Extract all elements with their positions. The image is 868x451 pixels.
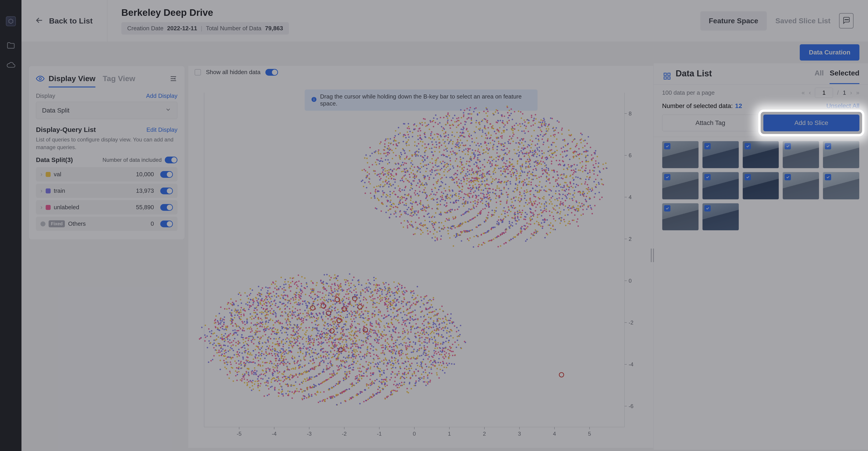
thumbnail[interactable] xyxy=(662,141,699,168)
split-row-train[interactable]: › train 13,973 xyxy=(36,184,178,198)
svg-point-4678 xyxy=(354,294,355,295)
svg-point-2073 xyxy=(398,163,399,165)
svg-point-742 xyxy=(424,155,426,156)
others-toggle[interactable] xyxy=(160,221,173,227)
svg-point-5033 xyxy=(348,348,349,349)
show-hidden-checkbox[interactable] xyxy=(195,69,201,75)
thumbnail[interactable] xyxy=(662,203,699,230)
svg-point-2319 xyxy=(572,187,574,188)
add-to-slice-button[interactable]: Add to Slice xyxy=(763,115,860,131)
svg-point-1265 xyxy=(545,201,547,203)
collapse-panel-icon[interactable] xyxy=(169,74,178,84)
svg-point-4912 xyxy=(332,345,334,346)
check-icon[interactable] xyxy=(704,174,711,180)
show-hidden-toggle[interactable] xyxy=(266,69,278,76)
unselect-all-link[interactable]: Unselect All xyxy=(827,102,860,109)
split-toggle[interactable] xyxy=(160,188,173,194)
feature-space-canvas[interactable]: Show all hidden data Drag the cursor whi… xyxy=(188,66,654,448)
check-icon[interactable] xyxy=(784,174,791,180)
tab-all[interactable]: All xyxy=(814,69,824,84)
svg-point-2269 xyxy=(495,133,497,134)
attach-tag-button[interactable]: Attach Tag xyxy=(662,115,759,131)
svg-point-2774 xyxy=(493,169,495,171)
check-icon[interactable] xyxy=(784,143,791,149)
svg-point-1615 xyxy=(429,129,430,130)
thumbnail[interactable] xyxy=(662,172,699,199)
cloud-nav-icon[interactable] xyxy=(5,60,16,70)
folder-nav-icon[interactable] xyxy=(5,40,16,51)
svg-point-587 xyxy=(526,214,528,215)
svg-point-296 xyxy=(494,179,495,181)
thumbnail[interactable] xyxy=(782,141,819,168)
svg-point-5349 xyxy=(237,351,238,352)
check-icon[interactable] xyxy=(745,174,751,180)
app-logo[interactable] xyxy=(6,16,16,26)
check-icon[interactable] xyxy=(664,143,671,149)
page-first-icon[interactable]: « xyxy=(802,89,805,96)
tab-display-view[interactable]: Display View xyxy=(49,70,95,88)
page-prev-icon[interactable]: ‹ xyxy=(809,89,811,96)
svg-point-5720 xyxy=(370,344,372,345)
comment-icon[interactable] xyxy=(839,13,854,29)
svg-point-3546 xyxy=(359,356,361,357)
svg-point-1703 xyxy=(500,174,502,175)
check-icon[interactable] xyxy=(704,205,711,212)
svg-point-5766 xyxy=(391,360,393,361)
page-next-icon[interactable]: › xyxy=(850,89,852,96)
tab-feature-space[interactable]: Feature Space xyxy=(700,11,767,31)
thumbnail[interactable] xyxy=(823,141,860,168)
svg-point-3937 xyxy=(297,345,298,346)
svg-point-5111 xyxy=(390,295,391,297)
page-last-icon[interactable]: » xyxy=(856,89,860,96)
back-to-list[interactable]: Back to List xyxy=(22,0,107,41)
svg-point-6134 xyxy=(425,355,426,356)
svg-point-3930 xyxy=(363,375,364,377)
scatter-plot[interactable]: -6-4-202468-5-4-3-2-1012345 xyxy=(195,88,647,441)
thumbnail[interactable] xyxy=(702,203,739,230)
split-meta-toggle[interactable] xyxy=(165,157,178,163)
edit-display-link[interactable]: Edit Display xyxy=(147,126,178,133)
svg-point-1944 xyxy=(377,198,378,199)
svg-point-1764 xyxy=(497,165,498,166)
check-icon[interactable] xyxy=(825,174,831,180)
svg-point-520 xyxy=(412,201,414,203)
thumbnail[interactable] xyxy=(782,172,819,199)
thumbnail[interactable] xyxy=(702,172,739,199)
check-icon[interactable] xyxy=(704,143,711,149)
split-row-unlabeled[interactable]: › unlabeled 55,890 xyxy=(36,200,178,215)
tab-saved-slice-list[interactable]: Saved Slice List xyxy=(767,11,839,31)
svg-point-1233 xyxy=(547,179,548,180)
svg-point-4333 xyxy=(294,343,296,344)
svg-point-5849 xyxy=(268,301,269,302)
check-icon[interactable] xyxy=(745,143,751,149)
tab-selected[interactable]: Selected xyxy=(830,69,860,84)
svg-point-6103 xyxy=(358,281,360,283)
page-input[interactable] xyxy=(815,88,833,98)
svg-point-2108 xyxy=(584,193,585,194)
svg-point-4992 xyxy=(281,332,283,333)
svg-point-6237 xyxy=(230,315,232,316)
thumbnail[interactable] xyxy=(702,141,739,168)
thumbnail[interactable] xyxy=(743,141,779,168)
svg-point-5113 xyxy=(406,319,408,320)
svg-point-5452 xyxy=(342,334,343,335)
svg-point-5431 xyxy=(391,352,392,353)
resize-handle[interactable] xyxy=(650,249,655,263)
split-toggle[interactable] xyxy=(160,204,173,211)
thumbnail[interactable] xyxy=(743,172,779,199)
svg-point-5532 xyxy=(350,347,352,348)
add-display-link[interactable]: Add Display xyxy=(146,92,178,99)
check-icon[interactable] xyxy=(825,143,831,149)
thumbnail[interactable] xyxy=(823,172,860,199)
data-curation-button[interactable]: Data Curation xyxy=(800,44,860,61)
display-dropdown[interactable]: Data Split xyxy=(36,102,178,119)
check-icon[interactable] xyxy=(664,205,671,212)
split-toggle[interactable] xyxy=(160,171,173,178)
svg-point-2380 xyxy=(555,179,557,180)
svg-point-3772 xyxy=(323,328,324,329)
svg-point-5520 xyxy=(322,371,323,373)
split-row-val[interactable]: › val 10,000 xyxy=(36,167,178,182)
tab-tag-view[interactable]: Tag View xyxy=(103,70,135,88)
svg-point-3460 xyxy=(268,295,269,296)
check-icon[interactable] xyxy=(664,174,671,180)
